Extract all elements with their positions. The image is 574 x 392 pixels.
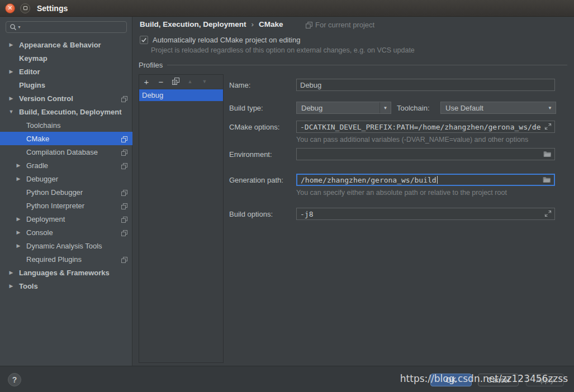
close-button[interactable]: ✕	[5, 3, 15, 13]
environment-field[interactable]	[296, 148, 555, 160]
sidebar-item-compilation-database[interactable]: Compilation Database	[0, 145, 132, 159]
maximize-button[interactable]	[20, 3, 30, 13]
sidebar-item-cmake[interactable]: CMake	[0, 132, 132, 145]
profiles-section-label: Profiles	[139, 61, 163, 69]
sidebar-item-required-plugins[interactable]: Required Plugins	[0, 252, 132, 266]
copy-icon	[172, 78, 179, 85]
scope-indicator: For current project	[306, 21, 374, 29]
sidebar-item-build-execution-deployment[interactable]: ▼ Build, Execution, Deployment	[0, 105, 132, 118]
titlebar: ✕ Settings	[0, 0, 574, 17]
add-profile-button[interactable]: +	[139, 78, 154, 86]
generation-path-field[interactable]: /home/zhangzhen/gerona_ws/build	[296, 174, 555, 186]
search-filter-arrow-icon[interactable]: ▼	[17, 25, 21, 29]
section-divider	[167, 65, 567, 65]
copy-profile-button[interactable]	[168, 78, 183, 86]
project-scope-icon	[306, 22, 312, 28]
project-scope-icon	[121, 256, 127, 265]
chevron-down-icon[interactable]: ▼	[8, 109, 15, 114]
move-up-button[interactable]: ▲	[183, 79, 197, 84]
sidebar-item-toolchains[interactable]: Toolchains	[0, 118, 132, 132]
sidebar-item-python-interpreter[interactable]: Python Interpreter	[0, 199, 132, 212]
breadcrumb-cmake[interactable]: CMake	[259, 20, 283, 28]
generation-path-label: Generation path:	[229, 176, 283, 184]
chevron-right-icon[interactable]: ▶	[8, 283, 15, 289]
project-scope-icon	[121, 162, 127, 171]
generation-path-hint: You can specify either an absolute path …	[296, 189, 507, 197]
remove-profile-button[interactable]: −	[154, 78, 168, 86]
project-scope-icon	[121, 149, 127, 157]
search-icon	[10, 23, 17, 31]
auto-reload-checkbox[interactable]	[140, 36, 148, 44]
sidebar-item-python-debugger[interactable]: Python Debugger	[0, 185, 132, 199]
profiles-section-header: Profiles	[139, 61, 567, 69]
breadcrumb: Build, Execution, Deployment › CMake	[140, 20, 283, 28]
apply-button[interactable]: Apply	[526, 374, 564, 386]
name-label: Name:	[229, 81, 250, 89]
settings-sidebar: ▼ ▶ Appearance & Behavior Keymap ▶ Edito…	[0, 17, 132, 366]
folder-icon[interactable]	[543, 176, 551, 185]
project-scope-icon	[121, 136, 127, 144]
chevron-right-icon[interactable]: ▶	[15, 230, 22, 235]
chevron-down-icon[interactable]: ▼	[379, 102, 391, 113]
chevron-right-icon[interactable]: ▶	[8, 69, 15, 74]
chevron-right-icon[interactable]: ▶	[15, 216, 22, 222]
dialog-footer: ? OK Cancel Apply	[0, 366, 574, 392]
project-scope-icon	[121, 216, 127, 224]
profile-list-item-debug[interactable]: Debug	[139, 89, 223, 101]
project-scope-icon	[121, 203, 127, 211]
folder-icon[interactable]	[543, 150, 552, 159]
sidebar-item-version-control[interactable]: ▶ Version Control	[0, 92, 132, 105]
cancel-button[interactable]: Cancel	[478, 374, 519, 386]
search-input[interactable]: ▼	[6, 21, 127, 33]
breadcrumb-build-execution-deployment[interactable]: Build, Execution, Deployment	[140, 20, 246, 28]
auto-reload-label: Automatically reload CMake project on ed…	[153, 36, 300, 44]
chevron-right-icon[interactable]: ▶	[15, 176, 22, 181]
auto-reload-row: Automatically reload CMake project on ed…	[140, 36, 300, 44]
name-value: Debug	[300, 81, 321, 89]
ok-button[interactable]: OK	[430, 374, 472, 386]
profiles-toolbar: + − ▲ ▼	[139, 75, 223, 89]
sidebar-item-dynamic-analysis-tools[interactable]: ▶ Dynamic Analysis Tools	[0, 239, 132, 252]
build-options-field[interactable]: -j8	[296, 208, 555, 220]
build-type-label: Build type:	[229, 104, 263, 112]
toolchain-select[interactable]: Use Default ▼	[440, 102, 556, 114]
build-type-select[interactable]: Debug ▼	[296, 102, 391, 114]
profiles-panel: + − ▲ ▼ Debug	[139, 74, 224, 363]
settings-tree: ▶ Appearance & Behavior Keymap ▶ Editor …	[0, 38, 132, 293]
sidebar-item-tools[interactable]: ▶ Tools	[0, 279, 132, 293]
chevron-right-icon[interactable]: ▶	[8, 95, 15, 101]
settings-window: { "window": { "title": "Settings" }, "si…	[0, 0, 574, 392]
chevron-right-icon[interactable]: ▶	[15, 243, 22, 248]
project-scope-icon	[121, 230, 127, 238]
chevron-right-icon[interactable]: ▶	[15, 162, 22, 168]
maximize-icon	[23, 6, 27, 10]
sidebar-item-appearance-behavior[interactable]: ▶ Appearance & Behavior	[0, 38, 132, 51]
expand-icon[interactable]	[544, 123, 552, 132]
cmake-options-label: CMake options:	[229, 123, 279, 131]
sidebar-item-plugins[interactable]: Plugins	[0, 78, 132, 92]
help-button[interactable]: ?	[8, 373, 21, 386]
sidebar-item-gradle[interactable]: ▶ Gradle	[0, 159, 132, 172]
toolchain-label: Toolchain:	[397, 104, 430, 112]
chevron-right-icon[interactable]: ▶	[8, 42, 15, 47]
sidebar-item-debugger[interactable]: ▶ Debugger	[0, 172, 132, 185]
build-type-value: Debug	[297, 104, 379, 112]
cmake-options-field[interactable]: -DCATKIN_DEVEL_PREFIX:PATH=/home/zhangzh…	[296, 121, 555, 133]
generation-path-value: /home/zhangzhen/gerona_ws/build	[301, 176, 437, 184]
expand-icon[interactable]	[544, 210, 552, 219]
checkmark-icon	[141, 37, 147, 43]
move-down-button[interactable]: ▼	[197, 79, 212, 84]
chevron-down-icon[interactable]: ▼	[544, 102, 556, 113]
sidebar-item-editor[interactable]: ▶ Editor	[0, 65, 132, 78]
sidebar-item-console[interactable]: ▶ Console	[0, 226, 132, 239]
window-title: Settings	[37, 4, 68, 13]
text-cursor	[437, 176, 438, 184]
settings-content: Build, Execution, Deployment › CMake For…	[133, 17, 574, 366]
sidebar-item-languages-frameworks[interactable]: ▶ Languages & Frameworks	[0, 266, 132, 279]
sidebar-item-keymap[interactable]: Keymap	[0, 51, 132, 65]
breadcrumb-separator: ›	[252, 20, 254, 28]
cmake-options-hint: You can pass additional variables (-DVAR…	[296, 136, 528, 144]
name-field[interactable]: Debug	[296, 79, 555, 91]
sidebar-item-deployment[interactable]: ▶ Deployment	[0, 212, 132, 226]
chevron-right-icon[interactable]: ▶	[8, 270, 15, 275]
